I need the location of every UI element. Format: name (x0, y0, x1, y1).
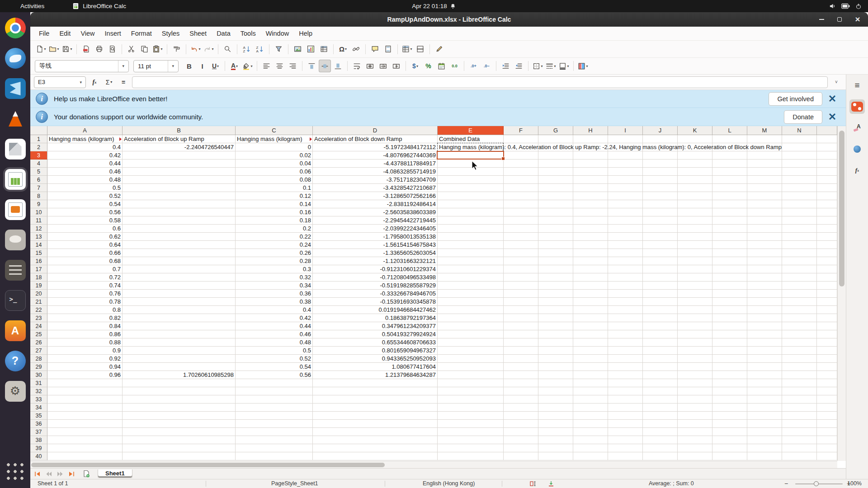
print-button[interactable] (93, 43, 105, 56)
cell-G28[interactable] (538, 355, 573, 363)
cell-D34[interactable] (313, 404, 438, 412)
cell-F31[interactable] (504, 379, 538, 387)
name-box[interactable]: E3 ▾ (34, 76, 86, 88)
cell-H26[interactable] (573, 338, 608, 347)
cell-H30[interactable] (573, 371, 608, 379)
cell-I10[interactable] (608, 208, 643, 216)
cell-B39[interactable] (123, 444, 236, 452)
cell-M5[interactable] (747, 168, 782, 176)
dock-libreoffice-calc-icon[interactable] (5, 169, 26, 190)
cell-B35[interactable] (123, 412, 236, 420)
donate-button[interactable]: Donate (784, 110, 822, 124)
cell-E34[interactable] (438, 404, 504, 412)
cell-L11[interactable] (712, 216, 747, 225)
cell-B16[interactable] (123, 257, 236, 265)
cell-J35[interactable] (643, 412, 678, 420)
cell-B1[interactable]: Acceleration of Block up Ramp (123, 135, 236, 143)
close-icon[interactable]: ✕ (824, 93, 840, 105)
cell-K4[interactable] (678, 160, 712, 168)
cell-N3[interactable] (782, 151, 817, 160)
cell-F4[interactable] (504, 160, 538, 168)
cell-G8[interactable] (538, 192, 573, 200)
cell-I4[interactable] (608, 160, 643, 168)
cell-B6[interactable] (123, 176, 236, 184)
freeze-rows-columns-button[interactable]: ▾ (401, 43, 413, 56)
cell-F14[interactable] (504, 241, 538, 249)
dock-vlc-icon[interactable] (5, 108, 26, 129)
paste-button[interactable]: ▾ (151, 43, 164, 56)
cell-F21[interactable] (504, 298, 538, 306)
cell-G1[interactable] (538, 135, 573, 143)
cell-G30[interactable] (538, 371, 573, 379)
cell-H17[interactable] (573, 265, 608, 273)
cell-F19[interactable] (504, 282, 538, 290)
cell-I6[interactable] (608, 176, 643, 184)
cell-G31[interactable] (538, 379, 573, 387)
close-icon[interactable]: ✕ (824, 111, 840, 123)
menu-sheet[interactable]: Sheet (184, 28, 212, 38)
cell-L7[interactable] (712, 184, 747, 192)
undo-button[interactable]: ▾ (189, 43, 202, 56)
column-header-F[interactable]: F (504, 126, 538, 135)
cell-H8[interactable] (573, 192, 608, 200)
cell-K34[interactable] (678, 404, 712, 412)
cell-H25[interactable] (573, 330, 608, 338)
cell-B34[interactable] (123, 404, 236, 412)
cell-L37[interactable] (712, 428, 747, 436)
cell-L3[interactable] (712, 151, 747, 160)
cell-I5[interactable] (608, 168, 643, 176)
cell-D19[interactable]: -0.519198285587929 (313, 282, 438, 290)
cell-G3[interactable] (538, 151, 573, 160)
cell-H20[interactable] (573, 290, 608, 298)
cell-N29[interactable] (782, 363, 817, 371)
cell-N5[interactable] (782, 168, 817, 176)
cell-M2[interactable] (747, 143, 782, 151)
cell-D13[interactable]: -1.79580013535138 (313, 233, 438, 241)
cell-E11[interactable] (438, 216, 504, 225)
cell-A5[interactable]: 0.46 (47, 168, 123, 176)
row-header-8[interactable]: 8 (30, 192, 47, 200)
cell-x18[interactable] (817, 273, 837, 282)
cell-M28[interactable] (747, 355, 782, 363)
cell-B27[interactable] (123, 347, 236, 355)
cell-B32[interactable] (123, 387, 236, 395)
cell-x28[interactable] (817, 355, 837, 363)
row-header-11[interactable]: 11 (30, 216, 47, 225)
cell-E13[interactable] (438, 233, 504, 241)
cell-K9[interactable] (678, 200, 712, 208)
cell-M17[interactable] (747, 265, 782, 273)
dock-libreoffice-start-icon[interactable] (5, 139, 26, 160)
cell-B3[interactable] (123, 151, 236, 160)
row-header-6[interactable]: 6 (30, 176, 47, 184)
cell-I14[interactable] (608, 241, 643, 249)
cell-C5[interactable]: 0.06 (236, 168, 313, 176)
document-modified-icon[interactable] (548, 481, 554, 487)
cell-C6[interactable]: 0.08 (236, 176, 313, 184)
cell-D17[interactable]: -0.912310601229374 (313, 265, 438, 273)
border-color-button[interactable]: ▾ (558, 60, 570, 72)
cell-J23[interactable] (643, 314, 678, 322)
cell-C29[interactable]: 0.54 (236, 363, 313, 371)
insert-comment-button[interactable] (369, 43, 381, 56)
selection-mode-icon[interactable] (530, 481, 537, 487)
cell-E32[interactable] (438, 387, 504, 395)
cell-M40[interactable] (747, 452, 782, 460)
cell-A4[interactable]: 0.44 (47, 160, 123, 168)
cell-A28[interactable]: 0.92 (47, 355, 123, 363)
cell-C23[interactable]: 0.42 (236, 314, 313, 322)
cell-H28[interactable] (573, 355, 608, 363)
cell-K19[interactable] (678, 282, 712, 290)
cell-K33[interactable] (678, 395, 712, 404)
cell-F32[interactable] (504, 387, 538, 395)
cell-F20[interactable] (504, 290, 538, 298)
cell-C25[interactable]: 0.46 (236, 330, 313, 338)
row-header-7[interactable]: 7 (30, 184, 47, 192)
cell-K28[interactable] (678, 355, 712, 363)
cell-N28[interactable] (782, 355, 817, 363)
cell-L14[interactable] (712, 241, 747, 249)
cell-I15[interactable] (608, 249, 643, 257)
cell-E8[interactable] (438, 192, 504, 200)
cell-B14[interactable] (123, 241, 236, 249)
row-header-28[interactable]: 28 (30, 355, 47, 363)
cell-D24[interactable]: 0.347961234209377 (313, 322, 438, 330)
